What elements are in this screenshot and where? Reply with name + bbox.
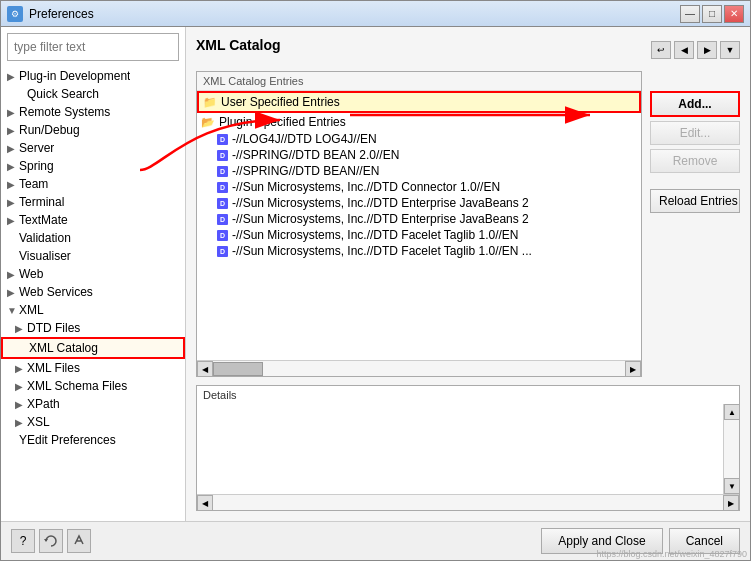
- edit-button[interactable]: Edit...: [650, 121, 740, 145]
- expand-arrow: ▶: [7, 71, 19, 82]
- entry-label: -//Sun Microsystems, Inc.//DTD Facelet T…: [232, 228, 519, 242]
- catalog-entries-label: XML Catalog Entries: [197, 72, 641, 91]
- expand-arrow: ▶: [7, 197, 19, 208]
- cancel-button[interactable]: Cancel: [669, 528, 740, 554]
- title-bar: ⚙ Preferences — □ ✕: [1, 1, 750, 27]
- scroll-up-btn[interactable]: ▲: [724, 404, 740, 420]
- sidebar-item-label: Visualiser: [19, 249, 71, 263]
- reload-entries-button[interactable]: Reload Entries: [650, 189, 740, 213]
- doc-icon: D: [217, 246, 228, 257]
- expand-arrow: ▶: [15, 417, 27, 428]
- expand-arrow: ▶: [7, 269, 19, 280]
- catalog-entry[interactable]: D -//LOG4J//DTD LOG4J//EN: [197, 131, 641, 147]
- catalog-entry[interactable]: D -//Sun Microsystems, Inc.//DTD Connect…: [197, 179, 641, 195]
- entry-label: User Specified Entries: [221, 95, 340, 109]
- details-section: Details ▲ ▼ ◀ ▶: [196, 385, 740, 511]
- horizontal-scrollbar[interactable]: ◀ ▶: [197, 360, 641, 376]
- panel-title: XML Catalog: [196, 37, 281, 53]
- user-specified-entries[interactable]: 📁 User Specified Entries: [197, 91, 641, 113]
- sidebar-item-xpath[interactable]: ▶ XPath: [1, 395, 185, 413]
- add-button[interactable]: Add...: [650, 91, 740, 117]
- doc-icon: D: [217, 134, 228, 145]
- details-text-area: [197, 404, 723, 494]
- details-vscrollbar: ▲ ▼: [723, 404, 739, 494]
- bottom-bar: ? Apply and Close Cancel: [1, 521, 750, 560]
- catalog-entry[interactable]: D -//Sun Microsystems, Inc.//DTD Facelet…: [197, 243, 641, 259]
- entry-label: -//SPRING//DTD BEAN//EN: [232, 164, 379, 178]
- sidebar-item-label: XSL: [27, 415, 50, 429]
- sidebar-item-validation[interactable]: Validation: [1, 229, 185, 247]
- forward-button[interactable]: ◀: [674, 41, 694, 59]
- sidebar-item-label: Quick Search: [27, 87, 99, 101]
- expand-arrow: ▶: [15, 323, 27, 334]
- sidebar-item-web[interactable]: ▶ Web: [1, 265, 185, 283]
- catalog-entry[interactable]: D -//Sun Microsystems, Inc.//DTD Enterpr…: [197, 195, 641, 211]
- sidebar-item-label: DTD Files: [27, 321, 80, 335]
- entry-label: -//Sun Microsystems, Inc.//DTD Enterpris…: [232, 196, 529, 210]
- entry-label: -//Sun Microsystems, Inc.//DTD Connector…: [232, 180, 500, 194]
- catalog-entry[interactable]: D -//SPRING//DTD BEAN//EN: [197, 163, 641, 179]
- export-button[interactable]: [67, 529, 91, 553]
- sidebar-item-label: XML: [19, 303, 44, 317]
- sidebar-item-web-services[interactable]: ▶ Web Services: [1, 283, 185, 301]
- catalog-entry[interactable]: D -//Sun Microsystems, Inc.//DTD Enterpr…: [197, 211, 641, 227]
- sidebar-item-spring[interactable]: ▶ Spring: [1, 157, 185, 175]
- entry-label: -//Sun Microsystems, Inc.//DTD Enterpris…: [232, 212, 529, 226]
- sidebar-item-run-debug[interactable]: ▶ Run/Debug: [1, 121, 185, 139]
- restore-defaults-button[interactable]: [39, 529, 63, 553]
- forward2-button[interactable]: ▶: [697, 41, 717, 59]
- sidebar-item-xsl[interactable]: ▶ XSL: [1, 413, 185, 431]
- help-button[interactable]: ?: [11, 529, 35, 553]
- sidebar-item-dtd-files[interactable]: ▶ DTD Files: [1, 319, 185, 337]
- doc-icon: D: [217, 166, 228, 177]
- sidebar-item-terminal[interactable]: ▶ Terminal: [1, 193, 185, 211]
- scroll-thumb[interactable]: [213, 362, 263, 376]
- doc-icon: D: [217, 214, 228, 225]
- expand-arrow: ▼: [7, 305, 19, 316]
- sidebar-item-team[interactable]: ▶ Team: [1, 175, 185, 193]
- plugin-specified-entries[interactable]: 📂 Plugin Specified Entries: [197, 113, 641, 131]
- expand-arrow: ▶: [7, 161, 19, 172]
- remove-button[interactable]: Remove: [650, 149, 740, 173]
- filter-input[interactable]: [7, 33, 179, 61]
- expand-arrow: ▶: [15, 399, 27, 410]
- close-button[interactable]: ✕: [724, 5, 744, 23]
- hscroll-right-btn[interactable]: ▶: [723, 495, 739, 511]
- scroll-right-btn[interactable]: ▶: [625, 361, 641, 377]
- sidebar-item-server[interactable]: ▶ Server: [1, 139, 185, 157]
- maximize-button[interactable]: □: [702, 5, 722, 23]
- sidebar-item-yedit[interactable]: YEdit Preferences: [1, 431, 185, 449]
- entry-label: -//LOG4J//DTD LOG4J//EN: [232, 132, 377, 146]
- back-button[interactable]: ↩: [651, 41, 671, 59]
- expand-arrow: ▶: [7, 287, 19, 298]
- title-bar-buttons: — □ ✕: [680, 5, 744, 23]
- button-panel: Add... Edit... Remove Reload Entries: [650, 71, 740, 377]
- scroll-down-btn[interactable]: ▼: [724, 478, 740, 494]
- sidebar-item-label: Run/Debug: [19, 123, 80, 137]
- sidebar-item-textmate[interactable]: ▶ TextMate: [1, 211, 185, 229]
- expand-arrow: ▶: [7, 215, 19, 226]
- sidebar-item-visualiser[interactable]: Visualiser: [1, 247, 185, 265]
- catalog-entry[interactable]: D -//Sun Microsystems, Inc.//DTD Facelet…: [197, 227, 641, 243]
- sidebar-item-xml-catalog[interactable]: XML Catalog: [1, 337, 185, 359]
- entry-label: -//SPRING//DTD BEAN 2.0//EN: [232, 148, 399, 162]
- doc-icon: D: [217, 182, 228, 193]
- sidebar-item-plugin-dev[interactable]: ▶ Plug-in Development: [1, 67, 185, 85]
- sidebar-item-xml-files[interactable]: ▶ XML Files: [1, 359, 185, 377]
- sidebar-item-remote-systems[interactable]: ▶ Remote Systems: [1, 103, 185, 121]
- details-content: ▲ ▼: [197, 404, 739, 494]
- catalog-entry[interactable]: D -//SPRING//DTD BEAN 2.0//EN: [197, 147, 641, 163]
- minimize-button[interactable]: —: [680, 5, 700, 23]
- scroll-left-btn[interactable]: ◀: [197, 361, 213, 377]
- hscroll-left-btn[interactable]: ◀: [197, 495, 213, 511]
- sidebar-item-label: XPath: [27, 397, 60, 411]
- sidebar-item-quick-search[interactable]: Quick Search: [1, 85, 185, 103]
- apply-and-close-button[interactable]: Apply and Close: [541, 528, 662, 554]
- dropdown-button[interactable]: ▼: [720, 41, 740, 59]
- bottom-icons: ?: [11, 529, 91, 553]
- sidebar-item-xml-schema-files[interactable]: ▶ XML Schema Files: [1, 377, 185, 395]
- sidebar-item-label: Web Services: [19, 285, 93, 299]
- window-icon: ⚙: [7, 6, 23, 22]
- sidebar-item-xml[interactable]: ▼ XML: [1, 301, 185, 319]
- doc-icon: D: [217, 198, 228, 209]
